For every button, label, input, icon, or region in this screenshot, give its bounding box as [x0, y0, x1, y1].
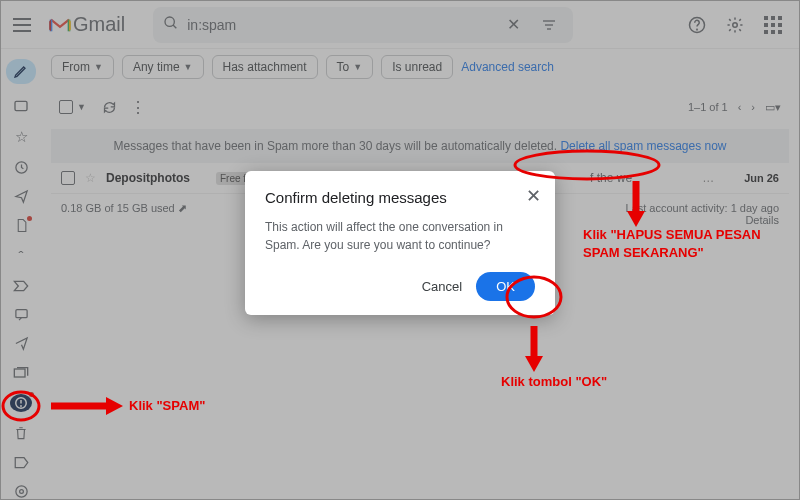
modal-title: Confirm deleting messages — [265, 189, 535, 206]
annotation-ok: Klik tombol "OK" — [501, 374, 607, 389]
confirm-modal: ✕ Confirm deleting messages This action … — [245, 171, 555, 315]
annotation-spam: Klik "SPAM" — [129, 398, 205, 413]
annotation-delete-all: Klik "HAPUS SEMUA PESAN SPAM SEKARANG" — [583, 226, 763, 262]
modal-close-icon[interactable]: ✕ — [526, 185, 541, 207]
modal-body: This action will affect the one conversa… — [265, 218, 535, 254]
cancel-button[interactable]: Cancel — [422, 279, 462, 294]
ok-button[interactable]: OK — [476, 272, 535, 301]
